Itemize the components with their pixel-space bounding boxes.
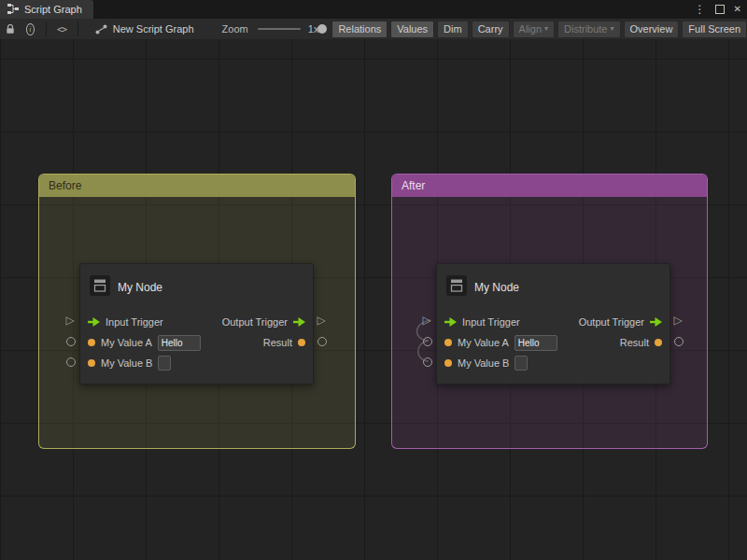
external-value-a-port[interactable] [423,337,432,346]
value-a-row: My Value A Result [80,332,313,353]
result-port-icon[interactable] [298,339,305,346]
node-icon [446,275,467,300]
my-node-after[interactable]: My Node Input Trigger Output Trigger My … [436,263,670,385]
external-value-b-port[interactable] [423,357,432,367]
trigger-out-icon[interactable] [650,314,662,330]
node-icon [90,275,110,300]
menu-icon[interactable]: ⋮ [695,4,706,15]
carry-label: Carry [478,23,503,35]
zoom-label: Zoom [222,23,248,35]
trigger-in-icon[interactable] [88,314,100,330]
node-header: My Node [80,264,313,300]
group-after-title: After [402,179,425,192]
value-a-port-icon[interactable] [88,339,95,346]
external-result-port[interactable] [674,337,684,346]
overview-label: Overview [630,23,673,35]
trigger-in-icon[interactable] [444,314,457,330]
zoom-slider-knob[interactable] [317,24,327,34]
graph-toolbar: i <> New Script Graph Zoom 1x Relations … [0,19,747,40]
info-icon[interactable]: i [26,23,35,35]
zoom-slider[interactable] [258,28,301,30]
output-trigger-label: Output Trigger [579,316,644,328]
distribute-label: Distribute [564,23,607,35]
external-value-a-port[interactable] [66,337,76,346]
value-a-row: My Value A Result [437,332,669,353]
external-trigger-in-port[interactable]: ▷ [421,315,432,326]
trigger-out-icon[interactable] [293,314,305,330]
relations-label: Relations [338,23,381,35]
node-ports: Input Trigger Output Trigger My Value A … [80,312,313,373]
value-b-label: My Value B [101,357,152,369]
result-port-icon[interactable] [655,339,662,346]
value-b-row: My Value B [437,353,669,373]
my-node-before[interactable]: My Node Input Trigger Output Trigger My … [79,263,314,385]
chevron-down-icon: ▾ [544,25,548,33]
group-before-header[interactable]: Before [39,175,355,197]
dim-label: Dim [444,23,462,35]
tab-bar: Script Graph ⋮ ✕ [0,0,747,19]
values-label: Values [397,23,428,35]
tab-title: Script Graph [24,4,82,15]
maximize-icon[interactable] [715,5,725,14]
trigger-row: Input Trigger Output Trigger [80,312,313,332]
input-trigger-label: Input Trigger [462,316,520,328]
value-b-row: My Value B [80,353,313,373]
script-graph-icon [7,4,19,16]
value-a-label: My Value A [101,337,152,348]
fullscreen-button[interactable]: Full Screen [682,21,747,38]
result-label: Result [263,337,292,348]
fullscreen-label: Full Screen [688,23,740,35]
dim-button[interactable]: Dim [437,21,469,38]
value-b-field[interactable] [158,356,171,371]
values-button[interactable]: Values [390,21,434,38]
graph-name-label: New Script Graph [113,23,194,35]
group-before-title: Before [49,179,81,192]
chevron-down-icon: ▾ [611,25,614,33]
value-b-label: My Value B [458,357,509,369]
external-trigger-out-port[interactable]: ▷ [672,315,684,326]
distribute-button[interactable]: Distribute▾ [557,21,620,38]
external-trigger-out-port[interactable]: ▷ [316,315,327,326]
relations-button[interactable]: Relations [331,21,388,38]
node-header: My Node [437,264,669,300]
align-button[interactable]: Align▾ [513,21,555,38]
carry-button[interactable]: Carry [472,21,510,38]
value-b-port-icon[interactable] [444,359,452,367]
output-trigger-label: Output Trigger [222,316,288,328]
toolbar-divider [46,21,47,36]
value-a-label: My Value A [458,337,509,348]
toolbar-divider [78,21,78,36]
input-trigger-label: Input Trigger [106,316,163,328]
node-title: My Node [118,281,162,294]
align-label: Align [519,23,542,35]
lock-icon[interactable] [6,24,15,35]
node-title: My Node [474,281,519,294]
script-graph-window: Script Graph ⋮ ✕ i <> New Script Graph Z… [0,0,747,560]
window-controls: ⋮ ✕ [695,0,741,19]
value-a-input[interactable] [514,335,557,351]
code-view-icon[interactable]: <> [57,24,66,35]
value-b-field[interactable] [514,356,528,371]
result-label: Result [620,337,649,348]
close-icon[interactable]: ✕ [734,5,741,14]
value-a-port-icon[interactable] [444,339,452,346]
graph-asset-icon [95,24,107,35]
tab-script-graph[interactable]: Script Graph [0,0,93,19]
node-ports: Input Trigger Output Trigger My Value A … [437,312,669,373]
value-b-port-icon[interactable] [88,359,95,367]
external-value-b-port[interactable] [66,357,76,367]
group-after-header[interactable]: After [392,175,707,197]
value-a-input[interactable] [158,335,201,351]
overview-button[interactable]: Overview [624,21,680,38]
external-result-port[interactable] [317,337,327,346]
external-trigger-in-port[interactable]: ▷ [64,315,76,326]
trigger-row: Input Trigger Output Trigger [437,312,669,332]
